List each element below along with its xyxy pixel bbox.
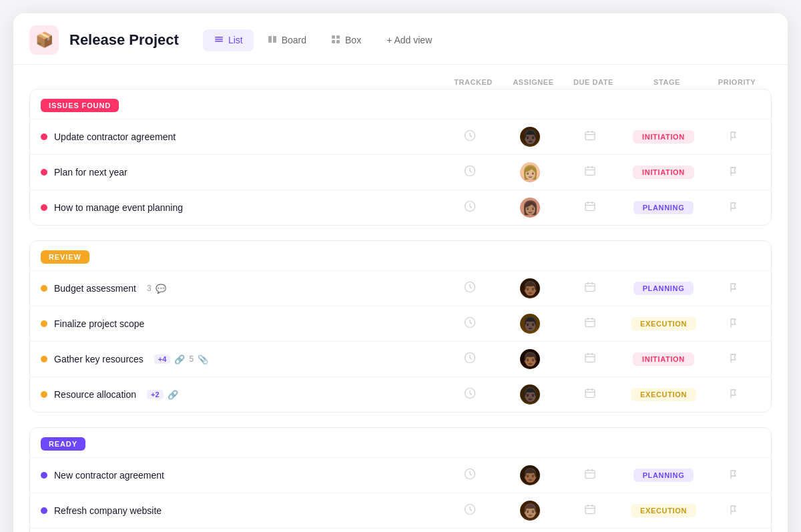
duedate-cell — [560, 316, 620, 331]
table-row[interactable]: Refresh company website 👨🏽 EXECUTION — [30, 493, 771, 528]
calendar-icon — [584, 503, 596, 518]
task-dot — [41, 169, 47, 176]
meta-icon: 🔗 — [168, 390, 178, 400]
group-issues: ISSUES FOUNDUpdate contractor agreement … — [29, 89, 772, 226]
app-title: Release Project — [69, 31, 179, 49]
stage-badge: EXECUTION — [631, 317, 696, 330]
table-row[interactable]: Finalize project scope 👨🏿 EXECUTION — [30, 306, 771, 341]
avatar: 👨🏿 — [520, 384, 540, 405]
tab-box[interactable]: Box — [320, 29, 372, 51]
assignee-cell: 👨🏿 — [500, 314, 560, 334]
table-row[interactable]: Resource allocation+2🔗 👨🏿 EXECUTION — [30, 376, 771, 412]
stage-cell: INITIATION — [620, 130, 707, 144]
stage-cell: INITIATION — [620, 352, 707, 366]
stage-cell: PLANNING — [620, 201, 707, 214]
svg-rect-3 — [268, 36, 272, 43]
stage-cell: EXECUTION — [620, 317, 707, 330]
stage-cell: INITIATION — [620, 166, 707, 179]
assignee-cell: 👨🏾 — [500, 465, 560, 485]
duedate-cell — [560, 129, 620, 144]
tracked-cell — [440, 352, 500, 367]
col-assignee-header: ASSIGNEE — [503, 78, 563, 86]
task-left: Refresh company website — [41, 505, 440, 516]
assignee-cell: 👨🏾 — [500, 349, 560, 369]
svg-rect-20 — [585, 354, 595, 362]
track-icon — [464, 316, 476, 332]
track-icon — [464, 200, 476, 216]
tab-list[interactable]: List — [203, 29, 254, 51]
calendar-icon — [584, 129, 596, 144]
col-duedate-header: DUE DATE — [563, 78, 623, 86]
svg-rect-12 — [585, 168, 595, 176]
task-name: How to manage event planning — [54, 202, 183, 213]
flag-icon — [728, 505, 739, 517]
svg-rect-26 — [585, 506, 595, 514]
task-dot — [41, 320, 47, 327]
track-icon — [464, 468, 476, 483]
add-view-button[interactable]: + Add view — [377, 30, 441, 50]
board-icon — [267, 34, 278, 47]
priority-cell — [707, 469, 760, 482]
calendar-icon — [584, 352, 596, 366]
tab-board[interactable]: Board — [256, 29, 317, 51]
table-row[interactable]: Update key objectives5📎 👨🏽 EXECUTION — [30, 528, 771, 532]
stage-badge: PLANNING — [633, 469, 694, 482]
assignee-cell: 👨🏿 — [500, 127, 560, 147]
app-container: 📦 Release Project List Board Box — [13, 13, 788, 532]
track-icon — [464, 165, 476, 180]
tracked-cell — [440, 503, 500, 519]
table-row[interactable]: Update contractor agreement 👨🏿 INITIATIO… — [30, 119, 771, 154]
svg-rect-0 — [215, 37, 223, 38]
priority-cell — [707, 282, 760, 295]
task-dot — [41, 356, 47, 362]
svg-rect-8 — [336, 40, 340, 43]
task-meta: +2🔗 — [147, 390, 178, 400]
flag-icon — [728, 469, 739, 482]
duedate-cell — [560, 165, 620, 180]
table-row[interactable]: Budget assessment3💬 👨🏾 PLANNING — [30, 270, 771, 306]
task-left: Resource allocation+2🔗 — [41, 389, 440, 400]
stage-cell: EXECUTION — [620, 504, 707, 517]
track-icon — [464, 129, 476, 145]
stage-badge: INITIATION — [633, 166, 694, 179]
task-name: Plan for next year — [54, 167, 127, 178]
svg-rect-2 — [215, 41, 223, 42]
task-meta: +4🔗5📎 — [154, 354, 208, 364]
task-dot — [41, 285, 47, 292]
col-stage-header: STAGE — [623, 78, 710, 86]
meta-count: 3 — [147, 284, 152, 293]
avatar: 👨🏽 — [520, 501, 540, 521]
task-left: Finalize project scope — [41, 318, 440, 329]
svg-rect-24 — [585, 471, 595, 479]
table-row[interactable]: Plan for next year 👩🏼 INITIATION — [30, 154, 771, 190]
priority-cell — [707, 131, 760, 144]
priority-cell — [707, 318, 760, 330]
calendar-icon — [584, 165, 596, 180]
task-dot — [41, 507, 47, 514]
stage-cell: PLANNING — [620, 282, 707, 295]
task-dot — [41, 134, 47, 140]
meta-icon: 💬 — [156, 284, 166, 294]
stage-badge: EXECUTION — [631, 388, 696, 401]
table-row[interactable]: How to manage event planning 👩🏽 PLANNING — [30, 190, 771, 225]
priority-cell — [707, 388, 760, 401]
duedate-cell — [560, 503, 620, 518]
table-row[interactable]: New contractor agreement 👨🏾 PLANNING — [30, 457, 771, 493]
meta-plus-badge: +4 — [154, 354, 171, 364]
avatar: 👩🏽 — [520, 198, 540, 218]
duedate-cell — [560, 468, 620, 483]
flag-icon — [728, 166, 739, 179]
calendar-icon — [584, 387, 596, 402]
priority-cell — [707, 505, 760, 517]
group-header-ready: READY — [30, 428, 771, 457]
task-meta: 3💬 — [147, 284, 166, 294]
group-header-issues: ISSUES FOUND — [30, 89, 771, 119]
tracked-cell — [440, 387, 500, 403]
main-content: TRACKED ASSIGNEE DUE DATE STAGE PRIORITY… — [13, 65, 788, 532]
tracked-cell — [440, 200, 500, 216]
table-row[interactable]: Gather key resources+4🔗5📎 👨🏾 INITIATION — [30, 341, 771, 376]
svg-rect-5 — [332, 35, 335, 39]
logo-icon: 📦 — [29, 25, 59, 55]
group-ready: READYNew contractor agreement 👨🏾 PLANNIN… — [29, 427, 772, 532]
svg-rect-7 — [332, 40, 335, 43]
